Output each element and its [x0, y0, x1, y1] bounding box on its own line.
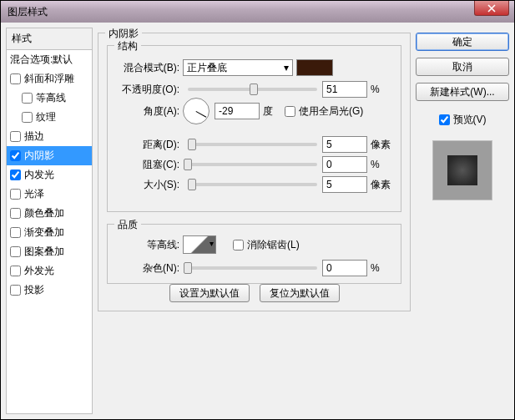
style-item-label: 内发光 [24, 168, 54, 182]
preview-label: 预览(V) [453, 113, 487, 127]
contour-picker[interactable] [183, 235, 216, 254]
angle-dial[interactable] [183, 98, 210, 124]
angle-label: 角度(A): [116, 104, 183, 119]
preview-checkbox[interactable] [439, 114, 450, 125]
blend-color-swatch[interactable] [296, 59, 333, 76]
style-item-label: 外发光 [24, 264, 54, 278]
angle-input[interactable]: -29 [215, 103, 260, 119]
style-item-checkbox[interactable] [22, 93, 33, 104]
style-item-checkbox[interactable] [10, 73, 21, 84]
antialias-checkbox[interactable] [233, 240, 244, 250]
style-item-label: 斜面和浮雕 [24, 72, 74, 86]
antialias-label: 消除锯齿(L) [247, 238, 300, 252]
style-item-4[interactable]: 内阴影 [7, 146, 92, 165]
style-item-checkbox[interactable] [22, 112, 33, 123]
distance-slider[interactable] [188, 143, 317, 146]
noise-slider[interactable] [188, 266, 317, 270]
opacity-input[interactable]: 51 [322, 81, 367, 98]
style-item-label: 纹理 [36, 110, 56, 124]
style-item-label: 内阴影 [24, 149, 54, 163]
style-item-11[interactable]: 投影 [7, 281, 92, 300]
style-item-checkbox[interactable] [10, 131, 21, 142]
style-item-8[interactable]: 渐变叠加 [7, 223, 92, 242]
style-item-label: 图案叠加 [24, 245, 64, 259]
settings-panel: 内阴影 结构 混合模式(B): 正片叠底 不透明度(O): 51 % [98, 28, 411, 414]
style-item-1[interactable]: 等高线 [7, 89, 92, 108]
style-item-label: 投影 [24, 283, 44, 297]
styles-list: 样式 混合选项:默认 斜面和浮雕等高线纹理描边内阴影内发光光泽颜色叠加渐变叠加图… [6, 28, 93, 414]
style-item-checkbox[interactable] [10, 227, 21, 238]
noise-label: 杂色(N): [116, 261, 183, 276]
blend-mode-label: 混合模式(B): [116, 61, 183, 75]
set-default-button[interactable]: 设置为默认值 [169, 284, 250, 302]
reset-default-button[interactable]: 复位为默认值 [260, 284, 340, 302]
ok-button[interactable]: 确定 [416, 33, 509, 51]
styles-header: 样式 [7, 28, 92, 50]
style-item-9[interactable]: 图案叠加 [7, 242, 92, 261]
size-label: 大小(S): [116, 178, 183, 192]
style-item-checkbox[interactable] [10, 266, 21, 276]
contour-label: 等高线: [116, 238, 183, 252]
new-style-button[interactable]: 新建样式(W)... [416, 83, 509, 101]
style-item-checkbox[interactable] [10, 189, 21, 200]
style-item-5[interactable]: 内发光 [7, 165, 92, 185]
style-item-label: 渐变叠加 [24, 225, 64, 240]
preview-box [432, 140, 492, 200]
style-item-7[interactable]: 颜色叠加 [7, 204, 92, 223]
dialog-buttons: 确定 取消 新建样式(W)... 预览(V) [416, 28, 509, 414]
choke-input[interactable]: 0 [322, 156, 367, 173]
style-item-10[interactable]: 外发光 [7, 261, 92, 281]
size-input[interactable]: 5 [322, 176, 367, 193]
preview-thumbnail [447, 155, 477, 185]
global-light-label: 使用全局光(G) [299, 104, 363, 119]
style-item-checkbox[interactable] [10, 246, 21, 257]
close-icon [487, 4, 496, 13]
style-item-3[interactable]: 描边 [7, 127, 92, 146]
distance-label: 距离(D): [116, 138, 183, 152]
style-item-checkbox[interactable] [10, 150, 21, 161]
style-item-0[interactable]: 斜面和浮雕 [7, 69, 92, 89]
noise-input[interactable]: 0 [322, 260, 367, 276]
choke-label: 阻塞(C): [116, 158, 183, 172]
close-button[interactable] [474, 1, 509, 16]
blend-options-row[interactable]: 混合选项:默认 [7, 50, 92, 69]
style-item-label: 等高线 [36, 91, 66, 105]
window-title: 图层样式 [8, 5, 48, 19]
cancel-button[interactable]: 取消 [416, 58, 509, 76]
style-item-checkbox[interactable] [10, 170, 21, 180]
style-item-6[interactable]: 光泽 [7, 185, 92, 204]
titlebar[interactable]: 图层样式 [1, 1, 514, 23]
choke-slider[interactable] [188, 163, 317, 166]
opacity-label: 不透明度(O): [116, 83, 183, 97]
blend-mode-dropdown[interactable]: 正片叠底 [183, 59, 293, 76]
style-item-checkbox[interactable] [10, 208, 21, 219]
style-item-label: 光泽 [24, 187, 44, 201]
style-item-2[interactable]: 纹理 [7, 108, 92, 127]
layer-style-dialog: 图层样式 样式 混合选项:默认 斜面和浮雕等高线纹理描边内阴影内发光光泽颜色叠加… [0, 0, 515, 420]
size-slider[interactable] [188, 183, 317, 186]
style-item-label: 描边 [24, 129, 44, 144]
opacity-slider[interactable] [188, 88, 317, 91]
style-item-checkbox[interactable] [10, 285, 21, 296]
global-light-checkbox[interactable] [285, 106, 295, 117]
quality-title: 品质 [114, 218, 141, 232]
structure-title: 结构 [114, 39, 141, 53]
style-item-label: 颜色叠加 [24, 206, 64, 220]
distance-input[interactable]: 5 [322, 136, 367, 153]
